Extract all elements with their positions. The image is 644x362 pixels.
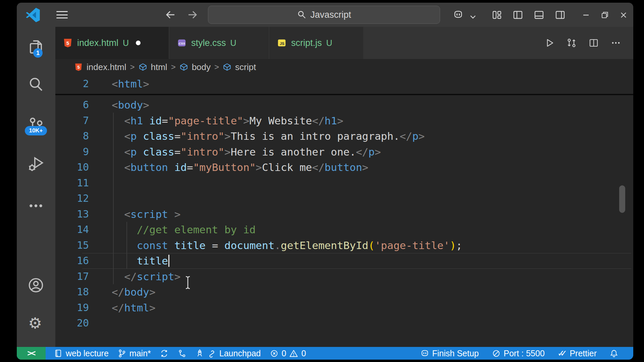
tab-bar: 5 index.html U CSS style.css U JS sc: [55, 27, 633, 59]
tab-script-js[interactable]: JS script.js U: [269, 27, 363, 59]
tab-label: style.css: [191, 38, 226, 48]
git-branch-item[interactable]: main*: [117, 349, 151, 358]
code-token: html: [118, 78, 143, 90]
notifications-item[interactable]: [609, 349, 619, 358]
line-number[interactable]: 14: [55, 222, 89, 238]
toggle-sidebar-icon[interactable]: [513, 9, 523, 20]
code-line[interactable]: 16 title: [55, 253, 633, 269]
code-line[interactable]: 6<body>: [55, 97, 633, 113]
code-line[interactable]: 9 <p class="intro">Here is another one.<…: [55, 144, 633, 160]
run-file-icon[interactable]: [544, 38, 555, 48]
line-number[interactable]: 13: [55, 206, 89, 222]
code-line[interactable]: 14 //get element by id: [55, 222, 633, 238]
close-button[interactable]: [619, 10, 629, 20]
line-number[interactable]: 6: [55, 97, 89, 113]
tab-style-css[interactable]: CSS style.css U: [169, 27, 269, 59]
customize-layout-icon[interactable]: [491, 9, 502, 20]
port-item[interactable]: Port : 5500: [492, 349, 545, 358]
code-token: [168, 208, 174, 220]
line-number[interactable]: 17: [55, 269, 89, 285]
code-token: </: [112, 286, 124, 298]
code-line[interactable]: 2<html>: [55, 75, 633, 93]
code-line[interactable]: 12: [55, 191, 633, 206]
code-token: button: [325, 161, 362, 173]
line-number[interactable]: 7: [55, 113, 89, 129]
code-token: title: [174, 239, 206, 251]
code-token: <: [124, 161, 130, 173]
line-number[interactable]: 19: [55, 300, 89, 316]
chevron-down-icon[interactable]: [469, 11, 477, 22]
line-number[interactable]: 9: [55, 144, 89, 160]
git-graph-item[interactable]: [177, 349, 186, 358]
back-arrow-icon[interactable]: [164, 9, 176, 21]
prettier-label: Prettier: [570, 349, 597, 358]
command-center-search[interactable]: Javascript: [208, 6, 440, 24]
code-line[interactable]: 19</html>: [55, 300, 633, 316]
git-status: U: [326, 38, 332, 48]
code-line[interactable]: 11: [55, 175, 633, 191]
code-line[interactable]: 20: [55, 315, 633, 331]
code-token: ;: [456, 239, 463, 251]
line-number[interactable]: 11: [55, 175, 89, 191]
forward-arrow-icon[interactable]: [186, 9, 199, 21]
toggle-panel-icon[interactable]: [534, 9, 544, 20]
code-token: </: [312, 161, 324, 173]
code-line[interactable]: 18</body>: [55, 284, 633, 300]
code-line[interactable]: 10 <button id="myButton">Click me</butto…: [55, 160, 633, 175]
code-token: [168, 161, 174, 173]
breadcrumb-file[interactable]: index.html: [87, 62, 126, 72]
restore-button[interactable]: [600, 10, 610, 20]
line-number[interactable]: 8: [55, 128, 89, 144]
compare-changes-icon[interactable]: [566, 38, 577, 48]
line-number[interactable]: 18: [55, 284, 89, 300]
line-number[interactable]: 20: [55, 315, 89, 331]
run-debug-icon[interactable]: [27, 155, 45, 173]
code-token: >: [174, 208, 181, 220]
code-line[interactable]: 17 </script>: [55, 269, 633, 285]
copilot-icon[interactable]: [453, 9, 464, 20]
code-line[interactable]: 15 const title = document.getElementById…: [55, 238, 633, 253]
status-left: web lecture main*: [54, 349, 306, 358]
line-number[interactable]: 15: [55, 238, 89, 253]
source-control-badge: 10K+: [25, 126, 47, 135]
js-file-icon: JS: [277, 38, 287, 48]
code-token: >: [143, 78, 149, 90]
tab-index-html[interactable]: 5 index.html U: [55, 27, 169, 59]
code-line[interactable]: 8 <p class="intro">This is an intro para…: [55, 128, 633, 144]
double-check-icon: ✓✓: [557, 348, 563, 359]
sync-item[interactable]: [160, 349, 169, 358]
code-line[interactable]: 13 <script >: [55, 206, 633, 222]
toggle-secondary-sidebar-icon[interactable]: [555, 9, 566, 20]
breadcrumb-body[interactable]: body: [192, 62, 211, 72]
line-number[interactable]: 12: [55, 191, 89, 206]
search-icon: [297, 10, 306, 19]
settings-gear-icon[interactable]: ⚙: [28, 315, 46, 333]
code-token: =: [206, 239, 224, 251]
unsaved-dot[interactable]: [136, 41, 141, 45]
code-text: const title = document.getElementById('p…: [112, 238, 462, 253]
split-editor-icon[interactable]: [588, 38, 599, 48]
code-token: [168, 239, 174, 251]
scrollbar-thumb[interactable]: [619, 185, 625, 213]
git-status: U: [230, 38, 236, 48]
workspace-item[interactable]: web lecture: [54, 349, 109, 358]
problems-item[interactable]: 0 0: [270, 349, 306, 358]
menu-icon[interactable]: [56, 11, 68, 18]
line-number[interactable]: 2: [55, 75, 89, 93]
more-actions-icon[interactable]: [27, 197, 45, 215]
line-number[interactable]: 10: [55, 160, 89, 175]
code-line[interactable]: 7 <h1 id="page-title">My Website</h1>: [55, 113, 633, 129]
search-sidebar-icon[interactable]: [27, 76, 45, 93]
minimize-button[interactable]: [581, 10, 591, 20]
prettier-item[interactable]: ✓✓ Prettier: [557, 348, 597, 359]
code-token: ): [450, 239, 456, 251]
code-editor[interactable]: 2<html> 6<body>7 <h1 id="page-title">My …: [55, 75, 633, 347]
code-token: script: [137, 270, 174, 283]
more-editor-actions-icon[interactable]: [610, 38, 621, 48]
launchpad-item[interactable]: Launchpad: [195, 349, 261, 358]
account-icon[interactable]: [27, 277, 45, 294]
breadcrumb-html[interactable]: html: [151, 62, 167, 72]
finish-setup-item[interactable]: Finish Setup: [420, 349, 479, 358]
remote-indicator[interactable]: ><: [17, 347, 46, 360]
breadcrumb-script[interactable]: script: [235, 62, 256, 72]
